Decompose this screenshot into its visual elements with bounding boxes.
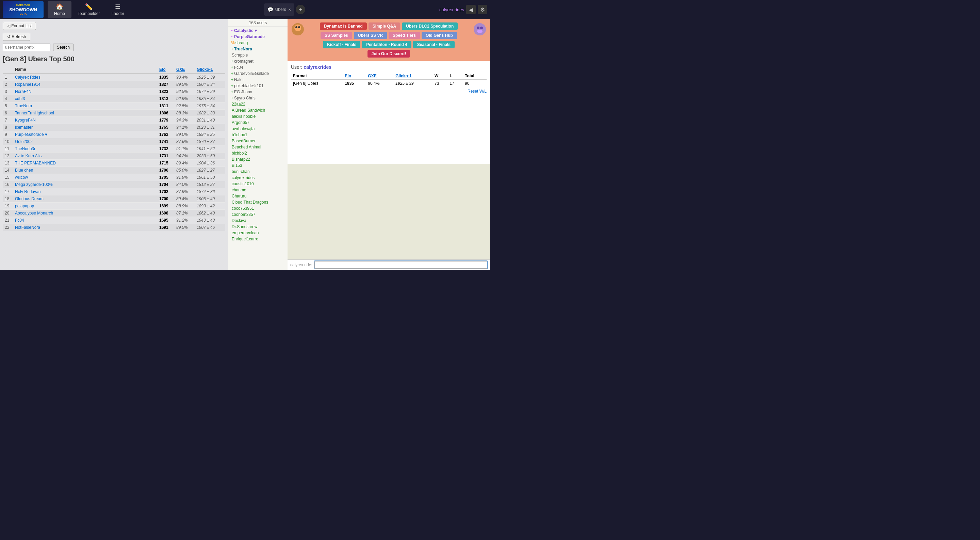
- stats-col-gxe[interactable]: GXE: [366, 73, 393, 80]
- tab-ladder-label: Ladder: [111, 11, 124, 16]
- user-list-item[interactable]: 22aa22: [228, 101, 288, 107]
- glicko-cell: 1894 ± 25: [195, 131, 225, 138]
- name-cell[interactable]: NotFalseNora: [13, 224, 157, 231]
- name-cell[interactable]: THE PERMABANNED: [13, 160, 157, 167]
- user-list-item[interactable]: awrhahwajta: [228, 126, 288, 132]
- name-cell[interactable]: Az to Kuro Alkz: [13, 153, 157, 160]
- user-list-item[interactable]: buni-chan: [228, 169, 288, 175]
- name-cell[interactable]: willcow: [13, 174, 157, 181]
- name-cell[interactable]: Blue chen: [13, 167, 157, 174]
- topic-button[interactable]: Old Gens Hub: [422, 32, 457, 39]
- topic-button[interactable]: Pentathlon - Round 4: [362, 41, 411, 48]
- name-cell[interactable]: palapapop: [13, 202, 157, 210]
- user-list-item[interactable]: +Spyro Chris: [228, 95, 288, 101]
- user-list-item[interactable]: +Fc04: [228, 64, 288, 70]
- user-list-item[interactable]: Argon657: [228, 119, 288, 126]
- topic-button[interactable]: Simple Q&A: [369, 22, 400, 30]
- name-cell[interactable]: TheNoob3r: [13, 145, 157, 153]
- user-list-item[interactable]: Bisharp22: [228, 156, 288, 162]
- name-cell[interactable]: PurpleGatorade ♥: [13, 131, 157, 138]
- user-list-item[interactable]: +TrueNora: [228, 46, 288, 52]
- topic-button[interactable]: Speed Tiers: [388, 32, 420, 39]
- topic-button[interactable]: Ubers SS VR: [354, 32, 387, 39]
- name-cell[interactable]: Ropalme1914: [13, 81, 157, 88]
- name-cell[interactable]: NoraF4N: [13, 88, 157, 96]
- user-list-item[interactable]: Charuru: [228, 193, 288, 199]
- chat-tab-ubers[interactable]: 💬 Ubers ✕: [264, 3, 294, 16]
- user-list-item[interactable]: coco753951: [228, 205, 288, 212]
- user-list-item[interactable]: A Bread Sandwich: [228, 107, 288, 113]
- refresh-button[interactable]: ↺ Refresh: [3, 33, 30, 41]
- logo[interactable]: Pokémon SHOWDOWN BETA: [3, 1, 43, 18]
- name-cell[interactable]: Glorious Dream: [13, 196, 157, 202]
- user-list-item[interactable]: Scrappie: [228, 52, 288, 58]
- stats-col-glicko[interactable]: Glicko-1: [393, 73, 433, 80]
- name-cell[interactable]: xdhf3: [13, 96, 157, 102]
- add-tab-button[interactable]: +: [296, 5, 305, 14]
- name-cell[interactable]: Calyrex Rides: [13, 73, 157, 81]
- topic-button[interactable]: Dynamax Is Banned: [320, 22, 367, 30]
- reset-wl-link[interactable]: Reset W/L: [468, 89, 487, 94]
- user-list-item[interactable]: alexis noobie: [228, 113, 288, 119]
- name-cell[interactable]: Mega zygarde-100%: [13, 181, 157, 188]
- col-elo[interactable]: Elo: [157, 66, 174, 73]
- search-input[interactable]: [3, 44, 50, 51]
- user-list-item[interactable]: BasedBurner: [228, 138, 288, 144]
- col-gxe[interactable]: GXE: [174, 66, 195, 73]
- user-list-item[interactable]: caustin1010: [228, 181, 288, 187]
- topic-button[interactable]: Seasonal - Finals: [413, 41, 455, 48]
- name-cell[interactable]: TrueNora: [13, 102, 157, 110]
- user-list-item[interactable]: +EG Jhonx: [228, 89, 288, 95]
- user-symbol: +: [231, 96, 234, 100]
- name-cell[interactable]: Fc04: [13, 217, 157, 224]
- topic-button[interactable]: SS Samples: [321, 32, 352, 39]
- chat-text-input[interactable]: [314, 261, 487, 269]
- prev-button[interactable]: ◀: [466, 5, 476, 14]
- username-display[interactable]: calyrex rides: [439, 7, 464, 12]
- col-glicko[interactable]: Glicko-1: [195, 66, 225, 73]
- name-cell[interactable]: icemaster: [13, 124, 157, 131]
- topic-button[interactable]: Kickoff - Finals: [323, 41, 360, 48]
- user-list-item[interactable]: Dockiva: [228, 218, 288, 224]
- user-list-item[interactable]: Bl153: [228, 162, 288, 169]
- user-list-item[interactable]: bichboi2: [228, 150, 288, 156]
- glicko-cell: 1812 ± 27: [195, 181, 225, 188]
- tab-ladder[interactable]: ☰ Ladder: [106, 1, 130, 18]
- user-list-item[interactable]: calyrex rides: [228, 175, 288, 181]
- user-list-item[interactable]: Enriquel1carre: [228, 236, 288, 242]
- topic-button[interactable]: Ubers DLC2 Speculation: [402, 22, 458, 30]
- user-list-item[interactable]: ~PurpleGatorade: [228, 34, 288, 40]
- topic-button[interactable]: Join Our Discord!: [368, 50, 410, 57]
- user-list-item[interactable]: coonom2357: [228, 212, 288, 218]
- user-list-item[interactable]: b1chbo1: [228, 132, 288, 138]
- name-cell[interactable]: Holy Reduyan: [13, 188, 157, 196]
- user-list-item[interactable]: Dr.Sandshrew: [228, 224, 288, 230]
- user-name: b1chbo1: [232, 132, 247, 137]
- user-list-item[interactable]: Beached Animal: [228, 144, 288, 150]
- user-list-item[interactable]: +pokeblade☆101: [228, 83, 288, 89]
- user-list-item[interactable]: Cloud That Dragons: [228, 199, 288, 205]
- settings-button[interactable]: ⚙: [478, 5, 487, 14]
- tab-teambuilder[interactable]: ✏️ Teambuilder: [72, 1, 105, 18]
- name-cell[interactable]: Golu2002: [13, 138, 157, 145]
- search-button[interactable]: Search: [53, 44, 73, 51]
- elo-cell: 1699: [157, 202, 174, 210]
- user-list-item[interactable]: chanmo: [228, 187, 288, 193]
- svg-point-2: [295, 26, 298, 28]
- user-symbol: %: [231, 40, 235, 45]
- chat-tab-close[interactable]: ✕: [288, 8, 291, 11]
- user-list-item[interactable]: emperorvolcan: [228, 230, 288, 236]
- user-list-item[interactable]: +Nalei: [228, 76, 288, 83]
- user-list-item[interactable]: %shrang: [228, 40, 288, 46]
- user-list-item[interactable]: +cromagnet: [228, 58, 288, 64]
- tab-home[interactable]: 🏠 Home: [48, 1, 72, 18]
- name-cell[interactable]: TannerFrmHghschool: [13, 110, 157, 117]
- stats-col-elo[interactable]: Elo: [343, 73, 366, 80]
- user-list-item[interactable]: +Gardevoir&Gallade: [228, 70, 288, 76]
- user-list-item[interactable]: ~Catalystic ♥: [228, 27, 288, 34]
- name-cell[interactable]: Apocalypse Monarch: [13, 210, 157, 217]
- name-cell[interactable]: KyogreF4N: [13, 117, 157, 124]
- user-symbol: +: [231, 47, 234, 51]
- gxe-cell: 92.9%: [174, 96, 195, 102]
- format-list-button[interactable]: ◁ Format List: [3, 22, 36, 30]
